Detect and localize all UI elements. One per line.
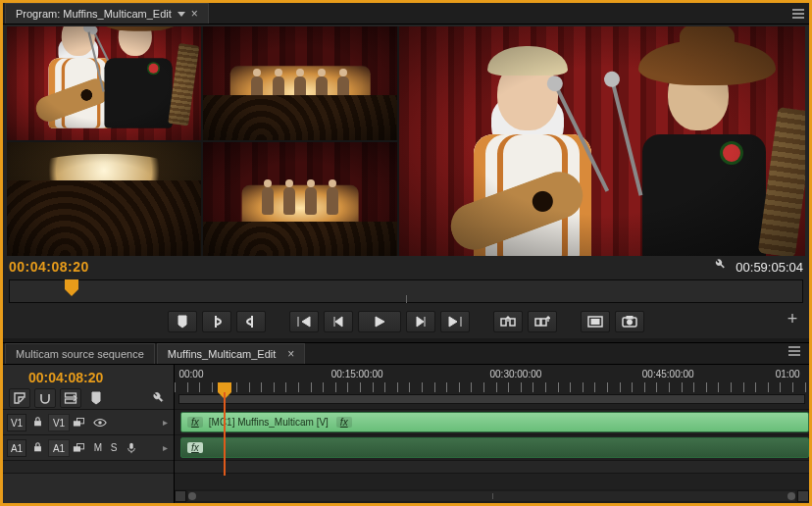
mark-in-button[interactable]: [202, 311, 231, 332]
timeline-tab-edit-close-icon[interactable]: ×: [287, 347, 294, 361]
program-output-view[interactable]: [399, 26, 805, 256]
program-monitor-panel: Program: Muffins_Multicam_Edit ×: [3, 3, 809, 338]
program-scrub-bar[interactable]: [9, 279, 803, 303]
mute-button[interactable]: M: [91, 442, 105, 453]
track-header-a1[interactable]: A1 A1 M S ▸: [3, 435, 174, 461]
track-target-a1[interactable]: A1: [48, 439, 70, 457]
svg-point-14: [98, 421, 102, 425]
track-header-extra: [3, 461, 174, 474]
zoom-handle-left[interactable]: [175, 490, 186, 502]
solo-button[interactable]: S: [107, 442, 121, 453]
lock-icon[interactable]: [28, 441, 46, 455]
track-target-v1[interactable]: V1: [48, 414, 70, 431]
program-video-area: [7, 26, 805, 256]
timeline-tab-source-label: Multicam source sequence: [16, 348, 144, 360]
track-a1[interactable]: fx: [175, 435, 809, 461]
fx-badge[interactable]: fx: [187, 442, 203, 453]
program-tab-close-icon[interactable]: ×: [191, 7, 198, 21]
timeline-body: 00:04:08:20 V1 V1 ▸ A1: [3, 365, 809, 503]
ruler-label: 00:45:00:00: [642, 369, 694, 380]
svg-point-7: [627, 320, 632, 325]
multicam-camera-1[interactable]: [7, 26, 201, 140]
multicam-camera-4[interactable]: [203, 142, 397, 256]
button-editor-add-icon[interactable]: +: [784, 310, 801, 328]
program-timecode-row: 00:04:08:20 00:59:05:04: [9, 258, 803, 276]
chevron-right-icon[interactable]: ▸: [163, 442, 170, 453]
snap-icon[interactable]: [34, 388, 56, 408]
fx-badge[interactable]: fx: [187, 417, 203, 428]
multicam-grid: [7, 26, 397, 256]
lock-icon[interactable]: [28, 416, 46, 430]
timeline-header-column: 00:04:08:20 V1 V1 ▸ A1: [3, 365, 175, 503]
fx-badge[interactable]: fx: [336, 417, 352, 428]
ruler-label: 00:00: [178, 369, 203, 380]
transport-controls: +: [3, 309, 809, 334]
add-marker-icon[interactable]: [85, 388, 107, 408]
ruler-label: 01:00: [776, 369, 800, 380]
svg-rect-15: [34, 446, 41, 451]
step-back-button[interactable]: [324, 311, 353, 332]
step-forward-button[interactable]: [406, 311, 435, 332]
program-panel-menu-button[interactable]: [787, 3, 809, 24]
toggle-track-output-icon[interactable]: [72, 439, 89, 457]
program-tab[interactable]: Program: Muffins_Multicam_Edit ×: [5, 3, 209, 24]
program-timecode-duration[interactable]: 00:59:05:04: [736, 260, 803, 275]
track-header-v1[interactable]: V1 V1 ▸: [3, 410, 174, 435]
program-tab-label: Program: Muffins_Multicam_Edit: [16, 8, 172, 20]
timeline-tab-edit[interactable]: Muffins_Multicam_Edit ×: [157, 343, 305, 364]
multicam-camera-2[interactable]: [203, 26, 397, 140]
svg-rect-11: [34, 421, 41, 426]
linked-selection-icon[interactable]: [60, 388, 81, 408]
timeline-tracks-area[interactable]: 00:00 00:15:00:00 00:30:00:00 00:45:00:0…: [175, 365, 809, 503]
timeline-tab-edit-label: Muffins_Multicam_Edit: [168, 348, 276, 360]
track-v1[interactable]: fx [MC1] Muffins_Multicam [V] fx: [175, 410, 809, 435]
svg-rect-1: [510, 319, 515, 326]
timeline-zoom-scrollbar[interactable]: [175, 489, 809, 503]
svg-rect-2: [535, 319, 540, 326]
eye-icon[interactable]: [91, 414, 109, 431]
timeline-tools-row: [3, 386, 174, 410]
program-timecode-current[interactable]: 00:04:08:20: [9, 259, 89, 275]
multicam-camera-3[interactable]: [7, 142, 201, 256]
nest-sequence-icon[interactable]: [9, 388, 30, 408]
mark-out-button[interactable]: [236, 311, 266, 332]
timeline-panel: Multicam source sequence Muffins_Multica…: [3, 342, 809, 503]
svg-rect-18: [129, 442, 132, 448]
voiceover-mic-icon[interactable]: [123, 439, 140, 457]
chevron-right-icon[interactable]: ▸: [163, 417, 170, 428]
timeline-timecode[interactable]: 00:04:08:20: [3, 365, 174, 386]
source-patch-a1[interactable]: A1: [7, 439, 26, 457]
goto-out-button[interactable]: [440, 311, 470, 332]
program-playhead[interactable]: [65, 279, 78, 289]
timeline-tab-bar: Multicam source sequence Muffins_Multica…: [3, 343, 809, 365]
source-patch-v1[interactable]: V1: [7, 414, 26, 431]
clip-video-label: [MC1] Muffins_Multicam [V]: [209, 417, 329, 428]
work-area-bar[interactable]: [178, 394, 805, 404]
play-button[interactable]: [358, 311, 401, 332]
timeline-panel-menu-button[interactable]: [784, 346, 805, 356]
svg-rect-0: [501, 319, 506, 326]
timeline-settings-wrench-icon[interactable]: [146, 388, 168, 408]
clip-video[interactable]: fx [MC1] Muffins_Multicam [V] fx: [180, 412, 809, 432]
ruler-label: 00:15:00:00: [331, 369, 383, 380]
program-tab-menu-icon[interactable]: [178, 12, 185, 17]
safe-margins-button[interactable]: [581, 311, 610, 332]
program-tab-bar: Program: Muffins_Multicam_Edit ×: [3, 3, 809, 25]
toggle-track-output-icon[interactable]: [72, 414, 89, 431]
timeline-playhead[interactable]: [218, 382, 231, 392]
svg-rect-8: [627, 317, 633, 320]
time-ruler[interactable]: 00:00 00:15:00:00 00:30:00:00 00:45:00:0…: [175, 365, 809, 410]
zoom-handle-right[interactable]: [797, 490, 809, 502]
settings-wrench-icon[interactable]: [712, 258, 726, 276]
lift-button[interactable]: [493, 311, 523, 332]
svg-rect-5: [591, 320, 599, 325]
add-marker-button[interactable]: [168, 311, 197, 332]
export-frame-button[interactable]: [615, 311, 644, 332]
svg-rect-3: [541, 319, 546, 326]
goto-in-button[interactable]: [289, 311, 319, 332]
clip-audio[interactable]: fx: [180, 437, 809, 458]
ruler-label: 00:30:00:00: [490, 369, 542, 380]
extract-button[interactable]: [528, 311, 557, 332]
track-extra: [175, 461, 809, 474]
timeline-tab-source[interactable]: Multicam source sequence: [5, 343, 155, 364]
